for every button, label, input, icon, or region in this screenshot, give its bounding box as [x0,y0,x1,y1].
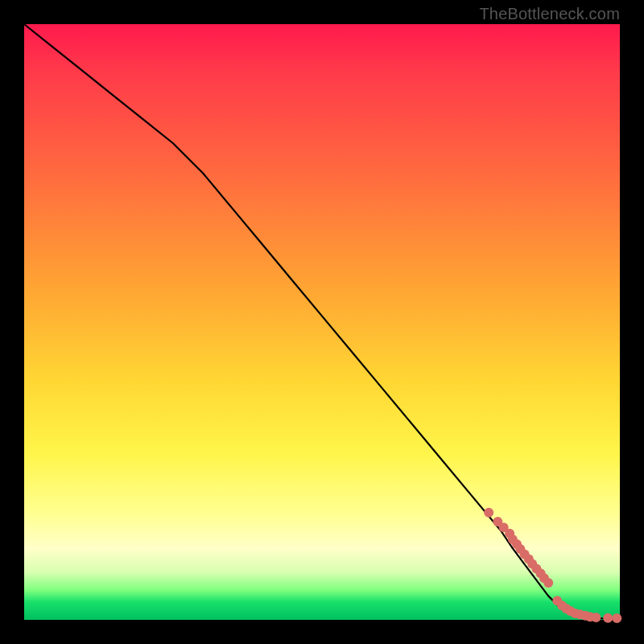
data-marker [612,613,621,623]
data-marker [603,613,613,623]
chart-overlay [24,24,620,620]
chart-frame: TheBottleneck.com [0,0,644,644]
data-marker [484,508,493,518]
attribution-text: TheBottleneck.com [479,5,620,23]
bottleneck-curve [24,24,620,619]
data-marker [591,613,601,622]
data-markers [484,508,621,623]
data-marker [543,578,553,588]
